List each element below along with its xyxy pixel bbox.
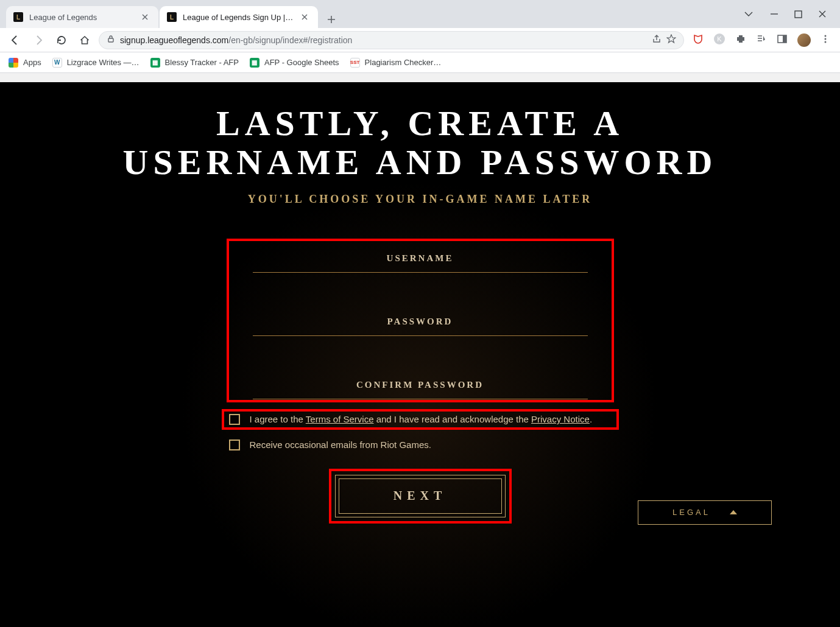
annotation-box [222,409,619,430]
lol-favicon-icon: L [13,12,23,22]
next-button-label: NEXT [394,489,447,503]
sst-icon: SST [350,58,360,68]
next-button[interactable]: NEXT [335,475,506,517]
chevron-up-icon [730,510,737,514]
close-icon[interactable] [140,12,150,22]
home-button[interactable] [76,31,94,49]
tab-title: League of Legends Sign Up | EU [183,13,294,22]
svg-point-7 [825,38,827,40]
mcafee-icon[interactable] [693,33,704,47]
agree-row: I agree to the Terms of Service and I ha… [225,410,615,429]
chevron-down-icon[interactable] [743,9,754,19]
annotation-box [227,239,614,402]
bookmarks-bar: Apps WLizgrace Writes —… ▦Blessy Tracker… [0,52,840,73]
legal-label: LEGAL [672,508,710,517]
tab-title: League of Legends [29,13,134,22]
svg-rect-5 [783,35,786,43]
svg-point-8 [825,41,827,43]
bookmark-plagiarism[interactable]: SSTPlagiarism Checker… [350,58,442,68]
close-icon[interactable] [300,12,309,22]
profile-k-icon[interactable]: K [713,33,725,47]
tab-league-of-legends[interactable]: L League of Legends [6,6,158,28]
share-icon[interactable] [652,34,662,46]
page-scroll[interactable]: LASTLY, CREATE A USERNAME AND PASSWORD Y… [0,82,840,627]
extensions-icon[interactable] [735,33,746,47]
close-window-icon[interactable] [818,10,827,18]
minimize-icon[interactable] [770,10,778,18]
lol-favicon-icon: L [167,12,177,22]
toolbar-actions: K [689,33,834,47]
bookmark-blessy[interactable]: ▦Blessy Tracker - AFP [150,58,239,68]
tab-signup[interactable]: L League of Legends Sign Up | EU [160,6,318,28]
address-bar: signup.leagueoflegends.com/en-gb/signup/… [0,28,840,52]
bookmark-afp[interactable]: ▦AFP - Google Sheets [250,58,339,68]
next-button-wrap: NEXT [329,469,512,524]
emails-row: Receive occasional emails from Riot Game… [225,438,615,452]
wordpress-icon: W [52,58,62,68]
kebab-menu-icon[interactable] [821,34,830,46]
window-controls [730,0,840,28]
back-button[interactable] [6,31,24,49]
omnibox[interactable]: signup.leagueoflegends.com/en-gb/signup/… [99,31,684,49]
page-subtitle: YOU'LL CHOOSE YOUR IN-GAME NAME LATER [38,193,802,206]
star-icon[interactable] [666,34,676,46]
sheets-icon: ▦ [150,58,160,68]
svg-text:K: K [717,35,722,43]
bookmark-lizgrace[interactable]: WLizgrace Writes —… [52,58,139,68]
signup-form: USERNAME PASSWORD CONFIRM PASSWORD [231,243,609,399]
emails-label: Receive occasional emails from Riot Game… [250,440,431,450]
svg-rect-0 [795,11,802,18]
sheets-icon: ▦ [250,58,259,68]
forward-button[interactable] [29,31,48,49]
tab-strip: L League of Legends L League of Legends … [0,0,840,28]
media-icon[interactable] [756,33,767,47]
avatar[interactable] [797,33,811,47]
page-title: LASTLY, CREATE A USERNAME AND PASSWORD [99,104,741,182]
emails-checkbox[interactable] [229,440,240,450]
lock-icon [107,35,115,45]
svg-rect-1 [108,38,113,42]
bookmark-apps[interactable]: Apps [9,58,41,68]
maximize-icon[interactable] [794,10,802,18]
url-text: signup.leagueoflegends.com/en-gb/signup/… [120,35,647,45]
apps-icon [9,58,18,68]
legal-dropdown[interactable]: LEGAL [638,500,772,525]
sidepanel-icon[interactable] [777,33,788,47]
new-tab-button[interactable] [323,11,340,28]
reload-button[interactable] [52,31,71,49]
svg-point-6 [825,35,827,37]
